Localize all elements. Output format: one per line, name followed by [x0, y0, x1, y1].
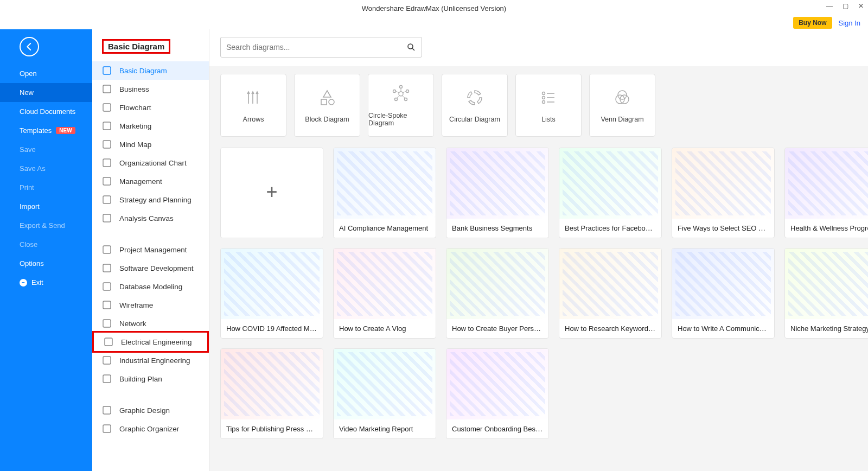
- svg-line-20: [412, 48, 414, 50]
- file-menu-item[interactable]: Open: [0, 64, 92, 83]
- sidebar-categories: Basic Diagram Basic DiagramBusinessFlowc…: [92, 29, 209, 471]
- sign-in-link[interactable]: Sign In: [839, 19, 860, 27]
- maximize-icon[interactable]: ▢: [843, 2, 848, 10]
- category-item[interactable]: Flowchart: [92, 98, 209, 117]
- category-label: Analysis Canvas: [119, 214, 174, 222]
- file-menu-label: Save As: [20, 164, 46, 173]
- template-label: How to Research Keywords for S...: [559, 319, 661, 338]
- plus-icon: +: [266, 181, 277, 203]
- category-item[interactable]: Analysis Canvas: [92, 209, 209, 227]
- file-menu-item[interactable]: Options: [0, 254, 92, 273]
- category-item[interactable]: Network: [92, 314, 209, 333]
- category-item[interactable]: Wireframe: [92, 296, 209, 314]
- template-thumbnail: [559, 249, 661, 319]
- template-card[interactable]: How COVID 19 Affected Megatr...: [220, 248, 323, 339]
- template-card[interactable]: How to Research Keywords for S...: [559, 248, 662, 339]
- category-item[interactable]: Graphic Organizer: [92, 419, 209, 438]
- search-input[interactable]: [226, 43, 406, 52]
- category-label: Business: [119, 85, 149, 93]
- category-item[interactable]: Graphic Design: [92, 401, 209, 419]
- category-label: Marketing: [119, 122, 151, 130]
- category-label: Organizational Chart: [119, 159, 187, 167]
- category-item[interactable]: Software Development: [92, 259, 209, 277]
- category-icon: [102, 245, 112, 254]
- svg-rect-14: [105, 338, 112, 346]
- file-menu-item[interactable]: Print: [0, 178, 92, 197]
- search-icon[interactable]: [406, 42, 416, 52]
- back-button[interactable]: [20, 37, 39, 56]
- category-item[interactable]: Building Plan: [92, 370, 209, 388]
- template-label: Bank Business Segments: [446, 219, 548, 238]
- template-card[interactable]: Tips for Publishing Press Releases: [220, 348, 323, 439]
- diagram-type-card[interactable]: Arrows: [220, 74, 286, 137]
- diagram-type-card[interactable]: Circle-Spoke Diagram: [368, 74, 434, 137]
- template-card[interactable]: How to Create Buyer Personas: [446, 248, 549, 339]
- diagram-type-label: Arrows: [243, 116, 264, 123]
- file-menu-label: Options: [20, 259, 44, 268]
- diagram-type-card[interactable]: Venn Diagram: [589, 74, 655, 137]
- template-card[interactable]: How to Write A Communication...: [672, 248, 775, 339]
- diagram-type-label: Circle-Spoke Diagram: [368, 112, 433, 127]
- category-item[interactable]: Management: [92, 172, 209, 190]
- diagram-type-card[interactable]: Lists: [515, 74, 582, 137]
- category-item[interactable]: Organizational Chart: [92, 154, 209, 172]
- category-icon: [102, 121, 112, 131]
- category-icon: [102, 195, 112, 205]
- template-card[interactable]: Bank Business Segments: [446, 148, 549, 238]
- file-menu-item[interactable]: Save: [0, 140, 92, 159]
- template-thumbnail: [334, 249, 436, 319]
- category-item[interactable]: Industrial Engineering: [92, 351, 209, 370]
- category-label: Graphic Design: [119, 406, 170, 415]
- template-card[interactable]: Video Marketing Report: [333, 348, 436, 439]
- file-menu-item[interactable]: TemplatesNEW: [0, 121, 92, 140]
- category-item[interactable]: Project Management: [92, 240, 209, 259]
- category-label: Basic Diagram: [119, 67, 167, 75]
- file-menu-item[interactable]: −Exit: [0, 273, 92, 292]
- category-icon: [102, 355, 112, 365]
- blank-template-card[interactable]: +: [220, 148, 323, 238]
- template-thumbnail: [785, 249, 868, 319]
- close-icon[interactable]: ✕: [858, 2, 864, 10]
- svg-rect-17: [103, 406, 111, 414]
- template-label: Niche Marketing Strategy Tips: [785, 319, 868, 338]
- category-item[interactable]: Marketing: [92, 117, 209, 135]
- titlebar: Wondershare EdrawMax (Unlicensed Version…: [0, 0, 868, 16]
- file-menu-item[interactable]: Cloud Documents: [0, 102, 92, 121]
- category-label: Mind Map: [119, 141, 151, 149]
- category-item[interactable]: Business: [92, 80, 209, 98]
- template-label: AI Compliance Management: [334, 219, 436, 238]
- search-box[interactable]: [220, 37, 422, 58]
- category-item[interactable]: Electrical Engineering: [92, 331, 209, 353]
- svg-point-28: [395, 98, 398, 101]
- svg-rect-15: [103, 357, 111, 364]
- template-label: Customer Onboarding Best Prac...: [446, 419, 548, 438]
- buy-now-button[interactable]: Buy Now: [793, 17, 832, 29]
- file-menu-item[interactable]: Export & Send: [0, 216, 92, 235]
- svg-rect-10: [103, 264, 111, 272]
- template-card[interactable]: How to Create A Vlog: [333, 248, 436, 339]
- category-item[interactable]: Database Modeling: [92, 277, 209, 296]
- template-card[interactable]: Customer Onboarding Best Prac...: [446, 348, 549, 439]
- file-menu-item[interactable]: Save As: [0, 159, 92, 178]
- template-card[interactable]: Five Ways to Select SEO Keywords: [672, 148, 775, 238]
- svg-rect-8: [103, 214, 111, 222]
- template-card[interactable]: Niche Marketing Strategy Tips: [784, 248, 868, 339]
- template-card[interactable]: Health & Wellness Progress Rep...: [784, 148, 868, 238]
- svg-rect-2: [103, 104, 111, 111]
- file-menu-item[interactable]: Import: [0, 197, 92, 216]
- diagram-type-card[interactable]: Circular Diagram: [442, 74, 508, 137]
- file-menu-item[interactable]: Close: [0, 235, 92, 254]
- svg-rect-12: [103, 301, 111, 309]
- template-label: How to Create A Vlog: [334, 319, 436, 338]
- minimize-icon[interactable]: —: [826, 2, 833, 10]
- category-item[interactable]: Basic Diagram: [92, 61, 209, 80]
- diagram-type-card[interactable]: Block Diagram: [294, 74, 360, 137]
- category-item[interactable]: Mind Map: [92, 135, 209, 154]
- svg-rect-9: [103, 246, 111, 253]
- template-card[interactable]: Best Practices for Facebook Live: [559, 148, 662, 238]
- category-item[interactable]: Strategy and Planning: [92, 190, 209, 209]
- template-card[interactable]: AI Compliance Management: [333, 148, 436, 238]
- exit-icon: −: [20, 279, 27, 287]
- category-icon: [102, 319, 112, 328]
- file-menu-item[interactable]: New: [0, 83, 92, 102]
